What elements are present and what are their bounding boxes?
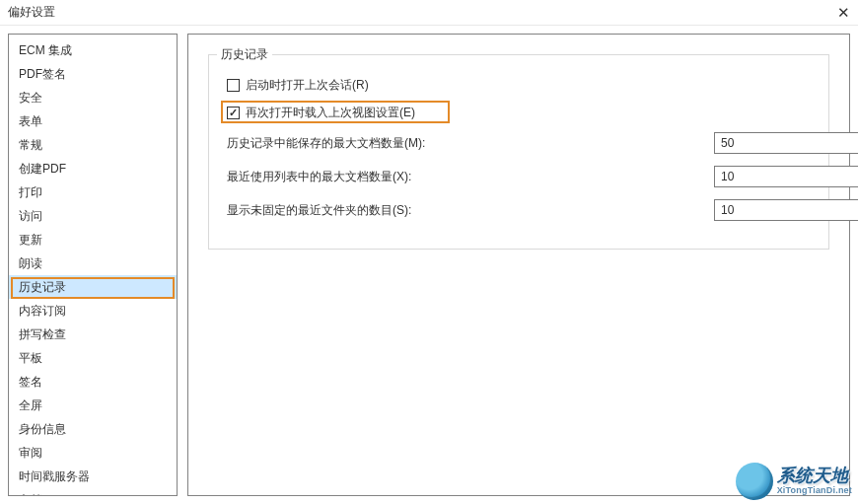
dialog-body: ECM 集成PDF签名安全表单常规创建PDF打印访问更新朗读历史记录内容订阅拼写…	[0, 26, 858, 504]
row-checkbox-view: 再次打开时载入上次视图设置(E)	[227, 99, 811, 126]
sidebar-item[interactable]: 审阅	[9, 441, 177, 465]
history-fieldset: 历史记录 启动时打开上次会话(R) 再次打开时载入上次视图设置(E) 历史记录中…	[208, 54, 829, 250]
sidebar-item[interactable]: 访问	[9, 204, 177, 228]
sidebar-item[interactable]: 签名	[9, 370, 177, 394]
sidebar-item[interactable]: 身份信息	[9, 417, 177, 441]
sidebar-item[interactable]: 时间戳服务器	[9, 465, 177, 488]
titlebar: 偏好设置 ✕	[0, 0, 858, 26]
checkbox-icon	[227, 79, 240, 92]
input-max-recent[interactable]	[714, 166, 858, 187]
sidebar-item[interactable]: 拼写检查	[9, 323, 177, 346]
sidebar-item[interactable]: 文档	[9, 488, 177, 496]
field-label: 显示未固定的最近文件夹的数目(S):	[227, 202, 411, 219]
field-label: 历史记录中能保存的最大文档数量(M):	[227, 135, 425, 152]
spinner-max-recent: ▲ ▼	[714, 166, 791, 187]
row-max-recent: 最近使用列表中的最大文档数量(X): ▲ ▼	[227, 160, 811, 193]
settings-panel: 历史记录 启动时打开上次会话(R) 再次打开时载入上次视图设置(E) 历史记录中…	[187, 34, 850, 496]
field-label: 最近使用列表中的最大文档数量(X):	[227, 169, 411, 185]
category-sidebar: ECM 集成PDF签名安全表单常规创建PDF打印访问更新朗读历史记录内容订阅拼写…	[8, 34, 178, 496]
sidebar-item[interactable]: 表单	[9, 109, 177, 133]
row-max-history: 历史记录中能保存的最大文档数量(M): ▲ ▼	[227, 126, 811, 160]
input-max-history[interactable]	[714, 132, 858, 154]
fieldset-legend: 历史记录	[217, 46, 272, 63]
sidebar-item[interactable]: 历史记录	[9, 275, 177, 299]
sidebar-item[interactable]: PDF签名	[9, 62, 177, 86]
sidebar-item[interactable]: 内容订阅	[9, 299, 177, 323]
window-title: 偏好设置	[8, 4, 55, 21]
sidebar-item[interactable]: 常规	[9, 133, 177, 157]
checkbox-restore-view[interactable]: 再次打开时载入上次视图设置(E)	[227, 105, 415, 121]
input-unpinned-folders[interactable]	[714, 199, 858, 221]
row-checkbox-session: 启动时打开上次会话(R)	[227, 71, 811, 99]
checkbox-label: 再次打开时载入上次视图设置(E)	[246, 105, 415, 121]
sidebar-item[interactable]: 安全	[9, 86, 177, 109]
sidebar-item[interactable]: 创建PDF	[9, 157, 177, 180]
sidebar-item[interactable]: 打印	[9, 180, 177, 204]
sidebar-item[interactable]: ECM 集成	[9, 38, 177, 62]
sidebar-item[interactable]: 朗读	[9, 252, 177, 275]
sidebar-item[interactable]: 全屏	[9, 394, 177, 417]
checkbox-open-last-session[interactable]: 启动时打开上次会话(R)	[227, 77, 369, 94]
close-icon[interactable]: ✕	[837, 4, 850, 22]
sidebar-item[interactable]: 更新	[9, 228, 177, 252]
checkbox-label: 启动时打开上次会话(R)	[246, 77, 369, 94]
sidebar-item[interactable]: 平板	[9, 346, 177, 370]
row-unpinned-folders: 显示未固定的最近文件夹的数目(S): ▲ ▼	[227, 193, 811, 227]
spinner-unpinned-folders: ▲ ▼	[714, 199, 791, 221]
spinner-max-history: ▲ ▼	[714, 132, 791, 154]
checkbox-icon	[227, 107, 240, 119]
